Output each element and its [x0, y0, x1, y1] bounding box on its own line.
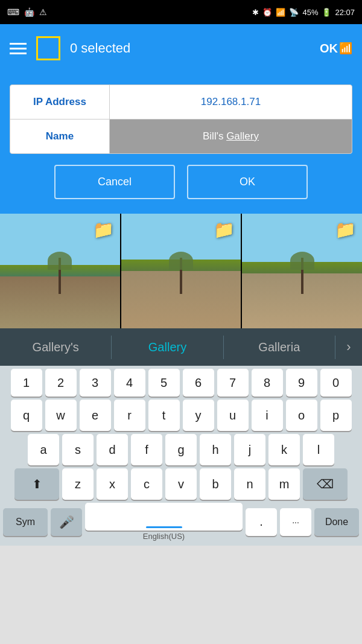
key-7[interactable]: 7 [217, 369, 249, 397]
name-label: Name [10, 120, 110, 153]
key-1[interactable]: 1 [11, 369, 42, 397]
suggestions-next-arrow[interactable]: › [335, 339, 362, 355]
key-m[interactable]: m [268, 468, 300, 500]
android-icon: 🤖 [24, 7, 34, 17]
menu-button[interactable] [10, 43, 27, 54]
key-c[interactable]: c [131, 468, 162, 500]
folder-icon-1: 📁 [93, 220, 114, 240]
wifi-icon: 📶 [276, 8, 285, 17]
suggestion-galleria[interactable]: Galleria [224, 336, 335, 359]
top-bar: 0 selected OK 📶 [0, 24, 362, 72]
key-l[interactable]: l [303, 434, 334, 465]
key-r[interactable]: r [114, 400, 145, 431]
key-8[interactable]: 8 [252, 369, 283, 397]
key-e[interactable]: e [80, 400, 111, 431]
battery-icon: 🔋 [322, 8, 331, 17]
name-row: Name Bill's Gallery [10, 120, 352, 153]
key-4[interactable]: 4 [114, 369, 145, 397]
mic-key[interactable]: 🎤 [51, 508, 82, 536]
key-i[interactable]: i [252, 400, 283, 431]
more-key[interactable]: ··· [280, 508, 311, 536]
ok-wifi-button[interactable]: OK 📶 [320, 42, 352, 56]
battery-percent: 45% [302, 8, 318, 17]
spacebar-container: English(US) [85, 503, 243, 541]
key-k[interactable]: k [268, 434, 300, 465]
ip-label: IP Address [10, 85, 110, 119]
qwerty-row: q w e r t y u i o p [0, 397, 362, 431]
cancel-button[interactable]: Cancel [54, 165, 175, 199]
key-5[interactable]: 5 [148, 369, 180, 397]
key-u[interactable]: u [217, 400, 249, 431]
dialog-buttons: Cancel OK [10, 165, 352, 199]
shift-key[interactable]: ⬆ [14, 468, 59, 500]
signal-icon: 📡 [289, 8, 299, 17]
suggestion-gallerys[interactable]: Gallery's [0, 336, 112, 359]
time: 22:07 [335, 8, 355, 17]
key-n[interactable]: n [234, 468, 265, 500]
done-key[interactable]: Done [314, 508, 359, 536]
backspace-key[interactable]: ⌫ [303, 468, 348, 500]
bluetooth-icon: ✱ [252, 8, 259, 17]
key-o[interactable]: o [286, 400, 317, 431]
key-b[interactable]: b [200, 468, 231, 500]
key-6[interactable]: 6 [183, 369, 214, 397]
photo-cell-1[interactable]: 📁 [0, 214, 121, 328]
key-g[interactable]: g [165, 434, 197, 465]
dialog-area: IP Address 192.168.1.71 Name Bill's Gall… [0, 72, 362, 214]
key-y[interactable]: y [183, 400, 214, 431]
photo-cell-2[interactable]: 📁 [121, 214, 243, 328]
suggestions-row: Gallery's Gallery Galleria › [0, 328, 362, 366]
ok-button[interactable]: OK [187, 165, 308, 199]
key-t[interactable]: t [148, 400, 180, 431]
key-s[interactable]: s [62, 434, 94, 465]
key-x[interactable]: x [97, 468, 128, 500]
alert-icon: ⚠ [39, 7, 47, 17]
space-label: English(US) [143, 532, 185, 541]
bottom-row: Sym 🎤 English(US) . ··· Done [0, 500, 362, 546]
name-text: Bill's Gallery [203, 130, 259, 142]
key-w[interactable]: w [45, 400, 77, 431]
ip-value[interactable]: 192.168.1.71 [110, 85, 352, 119]
zxcv-row: ⬆ z x c v b n m ⌫ [0, 465, 362, 500]
spacebar[interactable] [85, 503, 243, 531]
dialog-card: IP Address 192.168.1.71 Name Bill's Gall… [10, 84, 352, 154]
name-value[interactable]: Bill's Gallery [110, 120, 352, 153]
status-right-icons: ✱ ⏰ 📶 📡 45% 🔋 22:07 [252, 8, 355, 17]
key-f[interactable]: f [131, 434, 162, 465]
period-key[interactable]: . [246, 508, 277, 536]
key-a[interactable]: a [28, 434, 59, 465]
status-bar: ⌨ 🤖 ⚠ ✱ ⏰ 📶 📡 45% 🔋 22:07 [0, 0, 362, 24]
key-q[interactable]: q [11, 400, 42, 431]
photo-cell-3[interactable]: 📁 [242, 214, 362, 328]
ip-row: IP Address 192.168.1.71 [10, 85, 352, 120]
alarm-icon: ⏰ [262, 8, 272, 17]
asdf-row: a s d f g h j k l [0, 431, 362, 465]
key-h[interactable]: h [200, 434, 231, 465]
key-z[interactable]: z [62, 468, 94, 500]
spacebar-underline [146, 526, 182, 528]
selected-count: 0 selected [70, 40, 310, 56]
ok-label: OK [320, 42, 338, 56]
key-3[interactable]: 3 [80, 369, 111, 397]
key-2[interactable]: 2 [45, 369, 77, 397]
key-0[interactable]: 0 [320, 369, 352, 397]
folder-icon-3: 📁 [335, 220, 356, 240]
keyboard-icon: ⌨ [7, 7, 19, 17]
number-row: 1 2 3 4 5 6 7 8 9 0 [0, 366, 362, 397]
suggestion-gallery[interactable]: Gallery [112, 336, 223, 359]
photos-area: 📁 📁 📁 [0, 214, 362, 328]
key-p[interactable]: p [320, 400, 352, 431]
selection-checkbox[interactable] [36, 36, 60, 60]
key-v[interactable]: v [165, 468, 197, 500]
keyboard: 1 2 3 4 5 6 7 8 9 0 q w e r t y u i o p … [0, 366, 362, 546]
wifi-signal-icon: 📶 [339, 42, 352, 55]
key-d[interactable]: d [97, 434, 128, 465]
folder-icon-2: 📁 [214, 220, 235, 240]
key-9[interactable]: 9 [286, 369, 317, 397]
key-j[interactable]: j [234, 434, 265, 465]
sym-key[interactable]: Sym [3, 508, 48, 536]
status-left-icons: ⌨ 🤖 ⚠ [7, 7, 47, 17]
